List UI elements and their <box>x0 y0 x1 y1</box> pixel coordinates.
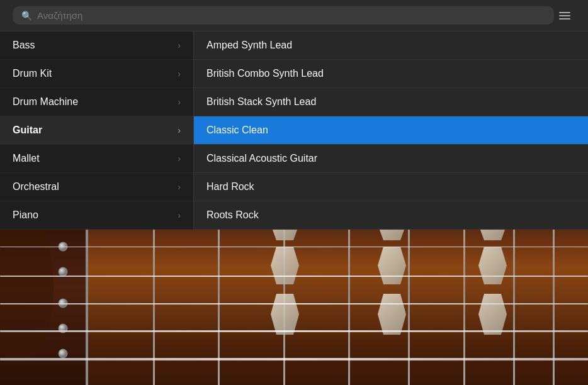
preset-item-classical-acoustic-guitar[interactable]: Classical Acoustic Guitar <box>194 145 588 173</box>
guitar-string-4 <box>0 303 588 305</box>
category-label: Mallet <box>13 153 40 164</box>
preset-label: British Stack Synth Lead <box>206 96 316 108</box>
category-label: Drum Machine <box>13 96 78 108</box>
preset-item-hard-rock[interactable]: Hard Rock <box>194 173 588 201</box>
preset-item-amped-synth-lead[interactable]: Amped Synth Lead <box>194 31 588 60</box>
sidebar-item-piano[interactable]: Piano › <box>0 201 193 230</box>
menu-columns: Bass › Drum Kit › Drum Machine › Guitar … <box>0 31 588 230</box>
preset-item-british-combo-synth-lead[interactable]: British Combo Synth Lead <box>194 60 588 88</box>
chevron-icon: › <box>178 153 181 164</box>
chevron-icon: › <box>178 182 181 192</box>
preset-item-classic-clean[interactable]: Classic Clean <box>194 116 588 145</box>
preset-list: Amped Synth LeadBritish Combo Synth Lead… <box>194 31 588 230</box>
preset-label: Roots Rock <box>206 209 259 221</box>
preset-item-british-stack-synth-lead[interactable]: British Stack Synth Lead <box>194 88 588 116</box>
chevron-icon: › <box>178 40 181 50</box>
search-input[interactable] <box>37 10 545 21</box>
preset-label: Classic Clean <box>206 125 268 136</box>
chevron-icon: › <box>178 97 181 107</box>
chevron-icon: › <box>178 69 181 79</box>
chevron-icon: › <box>178 210 181 220</box>
category-label: Guitar <box>13 125 42 136</box>
category-list: Bass › Drum Kit › Drum Machine › Guitar … <box>0 31 194 230</box>
preset-label: Classical Acoustic Guitar <box>206 153 317 164</box>
preset-label: Amped Synth Lead <box>206 40 292 51</box>
category-label: Piano <box>13 209 38 221</box>
search-bar: 🔍 <box>0 0 588 31</box>
sidebar-item-orchestral[interactable]: Orchestral › <box>0 173 193 201</box>
instrument-selector-overlay: 🔍 Bass › Drum Kit › Drum Machine › Guita… <box>0 0 588 230</box>
preset-item-roots-rock[interactable]: Roots Rock <box>194 201 588 230</box>
category-label: Drum Kit <box>13 68 52 79</box>
sidebar-item-guitar[interactable]: Guitar › <box>0 116 193 145</box>
sidebar-item-bass[interactable]: Bass › <box>0 31 193 60</box>
guitar-string-5 <box>0 330 588 332</box>
category-label: Orchestral <box>13 181 59 192</box>
menu-button[interactable] <box>554 9 575 22</box>
guitar-string-6 <box>0 358 588 360</box>
preset-label: British Combo Synth Lead <box>206 68 324 79</box>
sidebar-item-mallet[interactable]: Mallet › <box>0 145 193 173</box>
sidebar-item-drum-machine[interactable]: Drum Machine › <box>0 88 193 116</box>
category-label: Bass <box>13 40 35 51</box>
svg-point-0 <box>0 212 54 363</box>
search-field-container[interactable]: 🔍 <box>13 6 554 25</box>
search-icon: 🔍 <box>21 11 32 21</box>
sidebar-item-drum-kit[interactable]: Drum Kit › <box>0 60 193 88</box>
svg-point-6 <box>59 349 67 358</box>
preset-label: Hard Rock <box>206 181 254 192</box>
svg-point-3 <box>59 267 67 276</box>
chevron-icon: › <box>178 125 181 135</box>
